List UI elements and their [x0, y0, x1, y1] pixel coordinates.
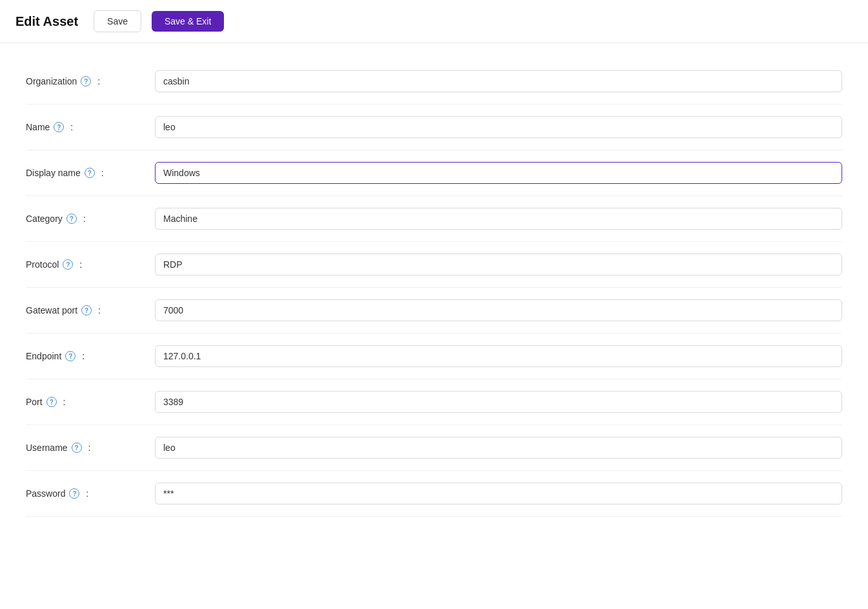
- label-text-category: Category: [26, 214, 63, 224]
- page-title: Edit Asset: [15, 14, 78, 29]
- help-icon-organization[interactable]: ?: [81, 76, 91, 86]
- help-icon-name[interactable]: ?: [54, 122, 64, 132]
- label-name: Name ? :: [26, 122, 155, 132]
- label-text-port: Port: [26, 397, 43, 407]
- colon-organization: :: [95, 76, 100, 86]
- form-row-display_name: Display name ? :: [26, 150, 842, 196]
- colon-name: :: [68, 122, 73, 132]
- input-password[interactable]: [155, 483, 842, 504]
- page-container: Edit Asset Save Save & Exit Organization…: [0, 0, 868, 609]
- input-organization[interactable]: [155, 70, 842, 92]
- label-text-username: Username: [26, 443, 68, 453]
- form-row-port: Port ? :: [26, 379, 842, 425]
- input-category[interactable]: [155, 208, 842, 230]
- label-password: Password ? :: [26, 488, 155, 499]
- form-container: Organization ? :Name ? :Display name ? :…: [0, 43, 868, 532]
- help-icon-username[interactable]: ?: [72, 443, 82, 453]
- colon-protocol: :: [77, 259, 82, 270]
- label-protocol: Protocol ? :: [26, 259, 155, 270]
- form-row-password: Password ? :: [26, 471, 842, 517]
- colon-username: :: [86, 443, 91, 453]
- label-port: Port ? :: [26, 397, 155, 407]
- label-text-gateway_port: Gatewat port: [26, 305, 77, 315]
- input-endpoint[interactable]: [155, 345, 842, 367]
- help-icon-port[interactable]: ?: [46, 397, 57, 407]
- form-row-username: Username ? :: [26, 425, 842, 471]
- colon-category: :: [81, 214, 86, 224]
- form-row-gateway_port: Gatewat port ? :: [26, 288, 842, 334]
- input-username[interactable]: [155, 437, 842, 459]
- colon-endpoint: :: [79, 351, 85, 361]
- label-display_name: Display name ? :: [26, 168, 155, 178]
- label-text-endpoint: Endpoint: [26, 351, 61, 361]
- label-username: Username ? :: [26, 443, 155, 453]
- input-protocol[interactable]: [155, 254, 842, 275]
- label-category: Category ? :: [26, 214, 155, 224]
- save-button[interactable]: Save: [94, 10, 141, 32]
- label-text-name: Name: [26, 122, 50, 132]
- input-gateway_port[interactable]: [155, 299, 842, 321]
- save-exit-button[interactable]: Save & Exit: [152, 11, 224, 32]
- help-icon-password[interactable]: ?: [69, 488, 79, 499]
- form-row-organization: Organization ? :: [26, 59, 842, 105]
- header: Edit Asset Save Save & Exit: [0, 0, 868, 43]
- input-display_name[interactable]: [155, 162, 842, 184]
- help-icon-category[interactable]: ?: [66, 214, 77, 224]
- colon-gateway_port: :: [96, 305, 101, 315]
- label-organization: Organization ? :: [26, 76, 155, 86]
- help-icon-display_name[interactable]: ?: [85, 168, 95, 178]
- help-icon-endpoint[interactable]: ?: [65, 351, 76, 361]
- label-endpoint: Endpoint ? :: [26, 351, 155, 361]
- form-row-name: Name ? :: [26, 105, 842, 150]
- label-text-organization: Organization: [26, 76, 77, 86]
- help-icon-protocol[interactable]: ?: [63, 259, 73, 270]
- label-text-display_name: Display name: [26, 168, 81, 178]
- input-name[interactable]: [155, 116, 842, 138]
- colon-display_name: :: [99, 168, 104, 178]
- colon-port: :: [61, 397, 66, 407]
- input-port[interactable]: [155, 391, 842, 413]
- form-row-endpoint: Endpoint ? :: [26, 334, 842, 379]
- label-gateway_port: Gatewat port ? :: [26, 305, 155, 315]
- colon-password: :: [83, 488, 88, 499]
- help-icon-gateway_port[interactable]: ?: [81, 305, 92, 315]
- form-row-protocol: Protocol ? :: [26, 242, 842, 288]
- label-text-password: Password: [26, 488, 65, 499]
- form-row-category: Category ? :: [26, 196, 842, 242]
- label-text-protocol: Protocol: [26, 259, 59, 270]
